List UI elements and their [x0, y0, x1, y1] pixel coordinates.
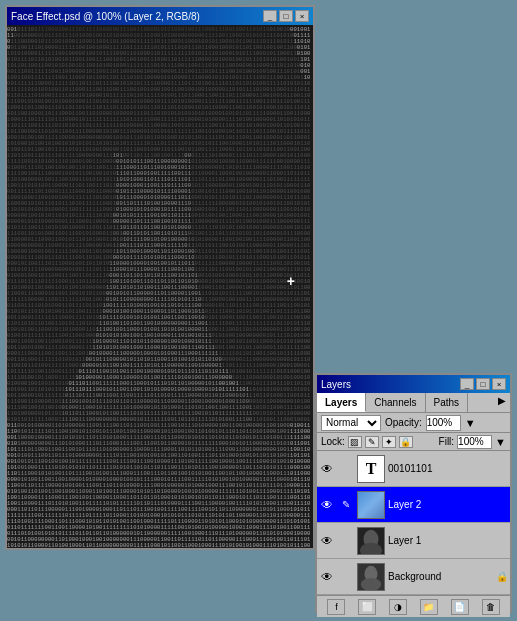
maximize-button[interactable]: □: [279, 10, 293, 22]
brush-icon: [338, 533, 354, 549]
layers-toolbar: f ⬜ ◑ 📁 📄 🗑: [317, 595, 510, 617]
eye-icon[interactable]: 👁: [319, 533, 335, 549]
opacity-arrow[interactable]: ▼: [465, 417, 476, 429]
layers-titlebar: Layers _ □ ×: [317, 375, 510, 393]
fx-button[interactable]: f: [327, 599, 345, 615]
fill-input[interactable]: [457, 435, 492, 449]
canvas-area[interactable]: +: [7, 25, 313, 548]
eye-icon[interactable]: 👁: [319, 461, 335, 477]
layers-titlebar-buttons: _ □ ×: [460, 378, 506, 390]
layer-name: Layer 2: [388, 499, 508, 510]
layers-close-button[interactable]: ×: [492, 378, 506, 390]
lock-row: Lock: ▨ ✎ ✦ 🔒 Fill: ▼: [317, 433, 510, 451]
brush-icon: [338, 461, 354, 477]
lock-transparent-button[interactable]: ▨: [348, 436, 362, 448]
blend-opacity-row: Normal Opacity: ▼: [317, 413, 510, 433]
lock-label: Lock:: [321, 436, 345, 447]
opacity-input[interactable]: [426, 415, 461, 431]
mask-button[interactable]: ⬜: [358, 599, 376, 615]
main-title: Face Effect.psd @ 100% (Layer 2, RGB/8): [11, 11, 200, 22]
lock-position-button[interactable]: ✦: [382, 436, 396, 448]
tabs-arrow[interactable]: ▶: [494, 393, 510, 412]
adjustment-button[interactable]: ◑: [389, 599, 407, 615]
layer-thumbnail: [357, 563, 385, 591]
lock-pixels-button[interactable]: ✎: [365, 436, 379, 448]
layer-thumbnail: [357, 491, 385, 519]
layers-minimize-button[interactable]: _: [460, 378, 474, 390]
layers-maximize-button[interactable]: □: [476, 378, 490, 390]
group-button[interactable]: 📁: [420, 599, 438, 615]
layers-tabs: Layers Channels Paths ▶: [317, 393, 510, 413]
blend-mode-select[interactable]: Normal: [321, 415, 381, 431]
layer-name: Layer 1: [388, 535, 508, 546]
new-layer-button[interactable]: 📄: [451, 599, 469, 615]
minimize-button[interactable]: _: [263, 10, 277, 22]
layer-thumbnail: T: [357, 455, 385, 483]
opacity-label: Opacity:: [385, 417, 422, 428]
delete-layer-button[interactable]: 🗑: [482, 599, 500, 615]
brush-icon: [338, 569, 354, 585]
layer-name: 00101101: [388, 463, 508, 474]
eye-icon[interactable]: 👁: [319, 497, 335, 513]
brush-icon: ✎: [338, 497, 354, 513]
layer-row[interactable]: 👁 Layer 1: [317, 523, 510, 559]
svg-point-5: [361, 577, 381, 590]
layer-row[interactable]: 👁 T 00101101: [317, 451, 510, 487]
fill-arrow[interactable]: ▼: [495, 436, 506, 448]
layer-thumbnail: [357, 527, 385, 555]
main-titlebar-buttons: _ □ ×: [263, 10, 309, 22]
layer-list: 👁 T 00101101 👁 ✎ Layer 2 👁 Layer 1: [317, 451, 510, 595]
lock-all-button[interactable]: 🔒: [399, 436, 413, 448]
layers-title: Layers: [321, 379, 351, 390]
layer-row[interactable]: 👁 ✎ Layer 2: [317, 487, 510, 523]
lock-indicator: 🔒: [496, 571, 508, 582]
layers-panel: Layers _ □ × Layers Channels Paths ▶ Nor…: [315, 373, 512, 613]
layer-name: Background: [388, 571, 493, 582]
tab-channels[interactable]: Channels: [366, 393, 425, 412]
tab-layers[interactable]: Layers: [317, 393, 366, 412]
close-button[interactable]: ×: [295, 10, 309, 22]
main-titlebar: Face Effect.psd @ 100% (Layer 2, RGB/8) …: [7, 7, 313, 25]
main-window: Face Effect.psd @ 100% (Layer 2, RGB/8) …: [5, 5, 315, 550]
fill-label: Fill:: [439, 436, 455, 447]
tab-paths[interactable]: Paths: [426, 393, 469, 412]
layer-row[interactable]: 👁 Background 🔒: [317, 559, 510, 595]
eye-icon[interactable]: 👁: [319, 569, 335, 585]
